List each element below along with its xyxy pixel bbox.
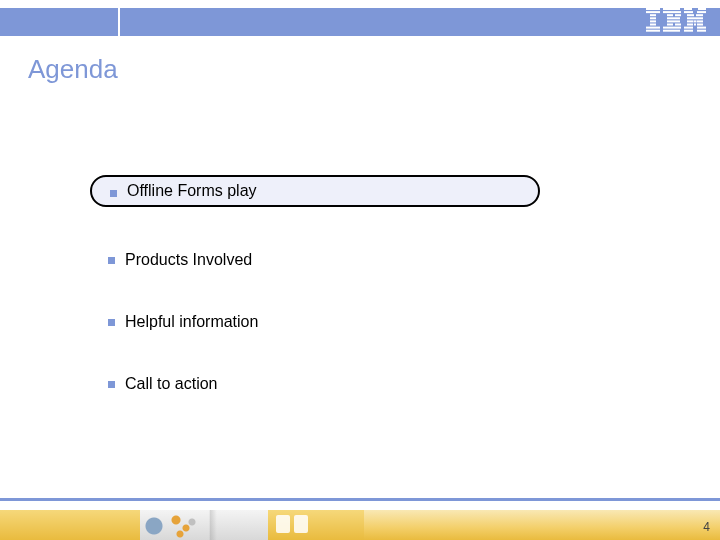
- agenda-item-label: Helpful information: [125, 313, 258, 331]
- agenda-item: Products Involved: [90, 251, 720, 269]
- agenda-list: Offline Forms play Products Involved Hel…: [0, 85, 720, 393]
- agenda-item-label: Call to action: [125, 375, 218, 393]
- footer-segment: [140, 510, 268, 540]
- svg-rect-21: [697, 11, 706, 13]
- svg-rect-22: [687, 14, 694, 16]
- footer-strip: [0, 510, 720, 540]
- svg-rect-0: [646, 8, 660, 10]
- svg-rect-24: [687, 17, 703, 19]
- svg-rect-32: [697, 27, 706, 29]
- bullet-icon: [108, 381, 115, 388]
- footer-segment: [0, 510, 140, 540]
- svg-rect-25: [687, 20, 693, 22]
- bullet-icon: [108, 319, 115, 326]
- svg-rect-23: [696, 14, 703, 16]
- svg-rect-30: [697, 24, 703, 26]
- svg-rect-26: [694, 20, 697, 22]
- svg-rect-7: [646, 30, 660, 32]
- svg-rect-8: [663, 8, 680, 10]
- footer: 4: [0, 498, 720, 540]
- svg-rect-11: [675, 14, 681, 16]
- footer-segment: [364, 510, 720, 540]
- svg-rect-15: [675, 24, 681, 26]
- header-divider: [118, 8, 120, 36]
- svg-rect-2: [650, 14, 656, 16]
- agenda-item: Call to action: [90, 375, 720, 393]
- svg-rect-19: [698, 8, 706, 10]
- agenda-item-label: Offline Forms play: [127, 182, 257, 200]
- svg-rect-1: [646, 11, 660, 13]
- svg-rect-6: [646, 27, 660, 29]
- ibm-logo: [646, 8, 706, 32]
- agenda-item: Helpful information: [90, 313, 720, 331]
- svg-rect-14: [667, 24, 673, 26]
- page-title: Agenda: [0, 36, 720, 85]
- footer-graphic-icon: [140, 510, 268, 540]
- page-number: 4: [703, 520, 710, 534]
- svg-rect-33: [684, 30, 693, 32]
- svg-rect-18: [684, 8, 692, 10]
- svg-rect-4: [650, 20, 656, 22]
- svg-rect-16: [663, 27, 681, 29]
- svg-rect-17: [663, 30, 680, 32]
- svg-rect-34: [697, 30, 706, 32]
- bullet-icon: [110, 190, 117, 197]
- svg-rect-3: [650, 17, 656, 19]
- agenda-item-label: Products Involved: [125, 251, 252, 269]
- svg-rect-9: [663, 11, 681, 13]
- svg-rect-12: [667, 17, 680, 19]
- agenda-item-highlighted: Offline Forms play: [90, 175, 540, 207]
- svg-rect-5: [650, 24, 656, 26]
- svg-rect-20: [684, 11, 693, 13]
- svg-rect-31: [684, 27, 693, 29]
- svg-rect-10: [667, 14, 673, 16]
- footer-rule: [0, 498, 720, 501]
- header-band: [0, 0, 720, 36]
- svg-rect-28: [687, 24, 693, 26]
- svg-rect-13: [667, 20, 680, 22]
- bullet-icon: [108, 257, 115, 264]
- svg-rect-27: [697, 20, 703, 22]
- footer-segment: [268, 510, 364, 540]
- svg-rect-29: [694, 24, 696, 26]
